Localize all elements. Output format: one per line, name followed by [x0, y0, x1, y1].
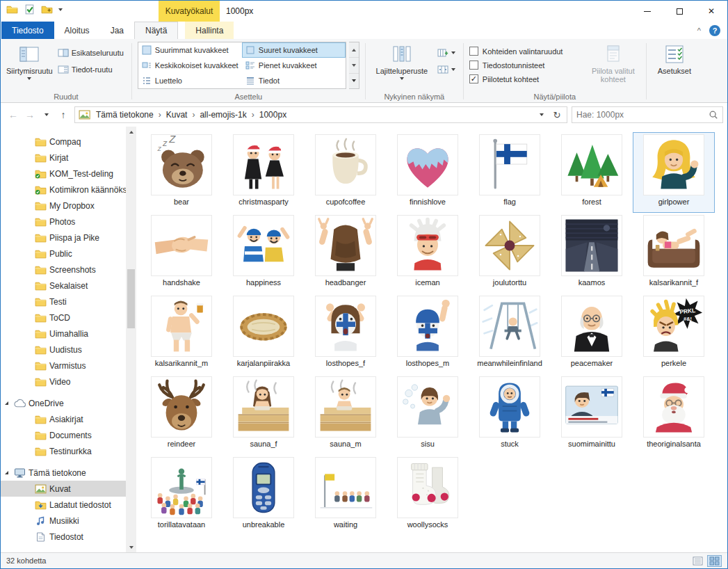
expanded-chevron-icon[interactable] — [3, 400, 11, 407]
file-tile-reindeer[interactable]: reindeer — [140, 374, 223, 455]
sidebar-item-piispa-ja-pike[interactable]: Piispa ja Pike — [1, 230, 126, 246]
layout-option-suurimmat-kuvakkeet[interactable]: Suurimmat kuvakkeet — [138, 42, 242, 58]
file-tile-unbreakable[interactable]: unbreakable — [223, 455, 305, 536]
properties-icon[interactable] — [24, 4, 35, 15]
expanded-chevron-icon[interactable] — [3, 470, 11, 476]
file-tile-kalsarikannit_m[interactable]: kalsarikannit_m — [140, 294, 223, 374]
sidebar-item-screenshots[interactable]: Screenshots — [1, 262, 126, 278]
file-tile-kalsarikannit_f[interactable]: kalsarikannit_f — [633, 213, 715, 294]
minimize-button[interactable] — [631, 1, 663, 22]
file-tile-handshake[interactable]: handshake — [140, 213, 223, 294]
details-view-toggle-icon[interactable] — [690, 555, 705, 567]
details-pane-button[interactable]: Tiedot-ruutu — [56, 62, 126, 77]
sidebar-item-documents[interactable]: Documents — [1, 427, 126, 443]
checkbox-kohteiden-valintaruudut[interactable]: Kohteiden valintaruudut — [469, 47, 583, 56]
breadcrumb-segment-1000px[interactable]: 1000px — [254, 110, 291, 120]
hide-selected-button[interactable]: Piilota valitut kohteet — [586, 42, 640, 92]
scrollbar-thumb[interactable] — [127, 269, 135, 328]
tab-nayta[interactable]: Näytä — [134, 22, 178, 39]
size-columns-button[interactable] — [435, 62, 458, 77]
sidebar-item-kotimikron-k-nn-kset[interactable]: Kotimikron käännökset — [1, 182, 126, 198]
file-tile-torillatavataan[interactable]: torillatavataan — [140, 455, 223, 536]
sidebar-item-kirjat[interactable]: Kirjat — [1, 150, 126, 166]
file-tile-theoriginalsanta[interactable]: theoriginalsanta — [633, 374, 715, 455]
sidebar-item-public[interactable]: Public — [1, 246, 126, 262]
close-button[interactable]: ✕ — [695, 1, 727, 22]
search-icon[interactable] — [709, 110, 718, 120]
file-tile-joulutorttu[interactable]: joulutorttu — [469, 213, 551, 294]
refresh-icon[interactable]: ↻ — [550, 107, 564, 122]
breadcrumb-segment-t-m-tietokone[interactable]: Tämä tietokone — [91, 110, 159, 120]
sidebar-item-musiikki[interactable]: Musiikki — [1, 513, 126, 529]
layout-option-pienet-kuvakkeet[interactable]: Pienet kuvakkeet — [242, 58, 346, 73]
file-tile-headbanger[interactable]: headbanger — [305, 213, 387, 294]
sidebar-item-tocd[interactable]: ToCD — [1, 310, 126, 326]
sidebar-item-ladatut-tiedostot[interactable]: Ladatut tiedostot — [1, 497, 126, 513]
file-tile-suomimainittu[interactable]: suomimainittu — [551, 374, 633, 455]
new-folder-icon[interactable] — [41, 4, 53, 15]
tab-jaa[interactable]: Jaa — [100, 22, 134, 39]
file-tile-iceman[interactable]: iceman — [387, 213, 469, 294]
file-tile-waiting[interactable]: waiting — [305, 455, 387, 536]
layout-option-luettelo[interactable]: Luettelo — [138, 73, 242, 88]
sort-by-button[interactable]: Lajitteluperuste — [371, 42, 432, 92]
scroll-up-icon[interactable] — [126, 127, 136, 137]
thumbnails-view-toggle-icon[interactable] — [707, 555, 722, 567]
file-tile-flag[interactable]: flag — [469, 132, 551, 213]
file-tile-woollysocks[interactable]: woollysocks — [387, 455, 469, 536]
gallery-more-icon[interactable] — [349, 74, 359, 88]
help-icon[interactable]: ? — [709, 25, 720, 36]
file-tile-karjalanpiirakka[interactable]: karjalanpiirakka — [223, 294, 305, 374]
file-tile-losthopes_f[interactable]: losthopes_f — [305, 294, 387, 374]
options-button[interactable]: Asetukset — [652, 42, 697, 92]
file-tile-perkele[interactable]: PRKL#&!perkele — [633, 294, 715, 374]
layout-option-keskikokoiset-kuvakkeet[interactable]: Keskikokoiset kuvakkeet — [138, 58, 242, 73]
sidebar-item-sekalaiset[interactable]: Sekalaiset — [1, 278, 126, 294]
preview-pane-button[interactable]: Esikatseluruutu — [56, 45, 126, 60]
tab-hallinta[interactable]: Hallinta — [185, 22, 234, 39]
layout-option-tiedot[interactable]: Tiedot — [242, 73, 346, 88]
sidebar-item-testinurkka[interactable]: Testinurkka — [1, 443, 126, 459]
checkbox-piilotetut-kohteet[interactable]: ✓Piilotetut kohteet — [469, 74, 583, 83]
file-tile-sauna_m[interactable]: sauna_m — [305, 374, 387, 455]
breadcrumb-segment-all-emojis-1k[interactable]: all-emojis-1k — [195, 110, 251, 120]
sidebar-item-kuvat[interactable]: Kuvat — [1, 481, 126, 497]
sidebar-item-compaq[interactable]: Compaq — [1, 134, 126, 150]
file-tile-losthopes_m[interactable]: losthopes_m — [387, 294, 469, 374]
file-tile-sauna_f[interactable]: sauna_f — [223, 374, 305, 455]
file-tile-christmasparty[interactable]: christmasparty — [223, 132, 305, 213]
add-columns-button[interactable] — [435, 45, 458, 60]
sidebar-item-asiakirjat[interactable]: Asiakirjat — [1, 411, 126, 427]
file-tile-kaamos[interactable]: kaamos — [551, 213, 633, 294]
file-tile-forest[interactable]: forest — [551, 132, 633, 213]
forward-button[interactable]: → — [22, 106, 38, 123]
file-tile-finnishlove[interactable]: finnishlove — [387, 132, 469, 213]
sidebar-item-testi[interactable]: Testi — [1, 294, 126, 310]
file-tile-cupofcoffee[interactable]: cupofcoffee — [305, 132, 387, 213]
gallery-down-icon[interactable] — [349, 58, 359, 73]
sidebar-item-tiedostot[interactable]: Tiedostot — [1, 529, 126, 545]
layout-option-suuret-kuvakkeet[interactable]: Suuret kuvakkeet — [242, 42, 346, 58]
breadcrumb-bar[interactable]: Tämä tietokone›Kuvat›all-emojis-1k›1000p… — [74, 106, 567, 123]
explorer-app-icon[interactable] — [6, 4, 18, 15]
sidebar-item-uudistus[interactable]: Uudistus — [1, 342, 126, 358]
breadcrumb-segment-kuvat[interactable]: Kuvat — [161, 110, 193, 120]
sidebar-item-tama-tietokone[interactable]: Tämä tietokone — [1, 465, 126, 481]
navigation-pane-button[interactable]: Siirtymisruutu — [6, 42, 53, 92]
gallery-up-icon[interactable] — [349, 42, 359, 58]
sidebar-item-photos[interactable]: Photos — [1, 214, 126, 230]
file-tile-sisu[interactable]: sisu — [387, 374, 469, 455]
tab-aloitus[interactable]: Aloitus — [54, 22, 100, 39]
sidebar-item-my-dropbox[interactable]: My Dropbox — [1, 198, 126, 214]
sidebar-item-kom-test-deling[interactable]: KOM_Test-deling — [1, 166, 126, 182]
sidebar-scrollbar[interactable] — [126, 127, 136, 552]
file-tile-bear[interactable]: zzZbear — [140, 132, 223, 213]
address-dropdown-icon[interactable] — [535, 107, 549, 122]
maximize-button[interactable] — [663, 1, 695, 22]
customize-quick-access-icon[interactable] — [58, 8, 63, 11]
sidebar-item-video[interactable]: Video — [1, 374, 126, 390]
tab-tiedosto[interactable]: Tiedosto — [1, 22, 54, 39]
sidebar-item-uimahallia[interactable]: Uimahallia — [1, 326, 126, 342]
sidebar-item-onedrive[interactable]: OneDrive — [1, 395, 126, 411]
scroll-down-icon[interactable] — [126, 542, 136, 552]
